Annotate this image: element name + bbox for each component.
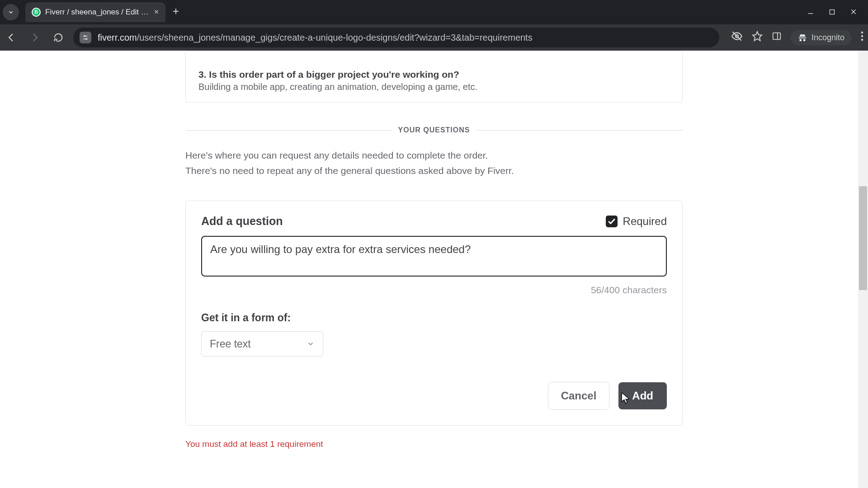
tab-title: Fiverr / sheena_jones / Edit Gig [45, 8, 149, 17]
previous-question-card: 3. Is this order part of a bigger projec… [185, 51, 683, 103]
new-tab-button[interactable] [172, 6, 180, 18]
tab-search-button[interactable] [3, 4, 19, 20]
url-box[interactable]: fiverr.com/users/sheena_jones/manage_gig… [73, 28, 719, 47]
select-value: Free text [210, 338, 251, 350]
required-checkbox[interactable] [606, 216, 618, 227]
intro-line-2: There's no need to repeat any of the gen… [185, 163, 683, 178]
arrow-right-icon [29, 32, 40, 43]
eye-off-icon [731, 30, 743, 42]
add-question-title: Add a question [201, 215, 283, 228]
previous-question-title: 3. Is this order part of a bigger projec… [198, 69, 670, 80]
url-path: /users/sheena_jones/manage_gigs/create-a… [137, 33, 533, 42]
incognito-icon [798, 33, 807, 42]
previous-question-desc: Building a mobile app, creating an anima… [198, 82, 670, 92]
reload-icon [53, 33, 63, 42]
favicon: fi [32, 8, 41, 17]
arrow-left-icon [6, 32, 17, 43]
check-icon [608, 217, 616, 225]
forward-button[interactable] [26, 29, 43, 46]
svg-point-17 [861, 32, 863, 34]
required-toggle[interactable]: Required [606, 215, 667, 228]
char-counter: 56/400 characters [201, 285, 667, 296]
eye-off-button[interactable] [731, 30, 743, 45]
minimize-button[interactable] [807, 7, 814, 18]
titlebar: fi Fiverr / sheena_jones / Edit Gig [0, 0, 868, 24]
section-title: YOUR QUESTIONS [392, 126, 476, 134]
mouse-cursor [621, 392, 631, 407]
previous-question-meta [198, 62, 670, 65]
back-button[interactable] [3, 29, 20, 46]
window-controls [807, 7, 857, 18]
browser-chrome: fi Fiverr / sheena_jones / Edit Gig five… [0, 0, 868, 51]
validation-warning: You must add at least 1 requirement [185, 439, 683, 449]
svg-marker-14 [753, 32, 762, 41]
main-content: 3. Is this order part of a bigger projec… [185, 51, 683, 449]
maximize-button[interactable] [829, 7, 835, 18]
chevron-down-icon [8, 9, 14, 15]
vertical-scrollbar-track[interactable] [858, 51, 868, 488]
answer-type-select[interactable]: Free text [201, 331, 323, 357]
cancel-button[interactable]: Cancel [548, 382, 610, 410]
svg-point-10 [84, 35, 85, 37]
kebab-icon [861, 31, 863, 41]
incognito-label: Incognito [811, 33, 844, 42]
close-window-button[interactable] [850, 7, 857, 18]
toolbar-right-icons: Incognito [731, 30, 863, 45]
reload-button[interactable] [50, 29, 67, 46]
svg-rect-15 [773, 33, 781, 40]
add-button-label: Add [632, 389, 653, 402]
svg-rect-5 [830, 9, 835, 14]
cursor-icon [621, 392, 631, 404]
browser-tab[interactable]: fi Fiverr / sheena_jones / Edit Gig [25, 2, 165, 22]
page-viewport: 3. Is this order part of a bigger projec… [0, 51, 868, 488]
side-panel-button[interactable] [772, 31, 782, 44]
incognito-chip[interactable]: Incognito [791, 30, 852, 45]
section-divider: YOUR QUESTIONS [185, 126, 683, 134]
plus-icon [172, 7, 180, 15]
tune-icon [82, 34, 89, 41]
section-intro: Here's where you can request any details… [185, 148, 683, 178]
svg-point-19 [861, 39, 863, 41]
svg-point-18 [861, 35, 863, 38]
url-text: fiverr.com/users/sheena_jones/manage_gig… [98, 33, 533, 43]
url-domain: fiverr.com [98, 33, 137, 42]
tab-close-button[interactable] [154, 9, 159, 16]
vertical-scrollbar-thumb[interactable] [859, 186, 867, 290]
close-icon [154, 9, 159, 14]
bookmark-button[interactable] [752, 31, 763, 44]
required-label: Required [623, 215, 667, 228]
maximize-icon [829, 9, 835, 15]
intro-line-1: Here's where you can request any details… [185, 148, 683, 163]
minimize-icon [807, 8, 814, 15]
form-of-label: Get it in a form of: [201, 312, 667, 324]
question-input[interactable] [201, 236, 667, 277]
chevron-down-icon [307, 340, 315, 348]
menu-button[interactable] [861, 31, 863, 44]
close-icon [850, 8, 857, 15]
svg-point-11 [86, 38, 87, 40]
card-actions: Cancel Add [201, 382, 667, 410]
address-bar: fiverr.com/users/sheena_jones/manage_gig… [0, 24, 868, 51]
panel-icon [772, 31, 782, 41]
site-info-button[interactable] [80, 32, 91, 43]
add-button[interactable]: Add [618, 382, 667, 409]
star-icon [752, 31, 763, 42]
add-question-card: Add a question Required 56/400 character… [185, 201, 683, 426]
